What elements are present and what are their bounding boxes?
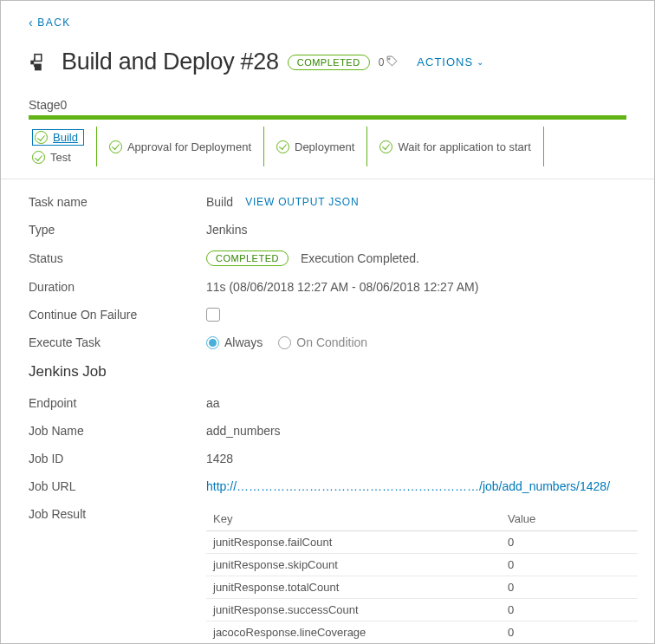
tag-count-value: 0 xyxy=(379,56,385,68)
pipeline-icon xyxy=(29,50,53,75)
execute-task-radio-group: Always On Condition xyxy=(206,335,367,349)
label-endpoint: Endpoint xyxy=(29,396,206,410)
actions-dropdown[interactable]: ACTIONS ⌄ xyxy=(417,55,484,68)
table-row: junitResponse.skipCount0 xyxy=(206,554,638,576)
result-key: junitResponse.totalCount xyxy=(206,576,501,599)
result-value: 0 xyxy=(501,554,638,576)
task-label: Test xyxy=(50,151,71,164)
chevron-left-icon: ‹ xyxy=(29,16,34,29)
check-icon xyxy=(109,140,122,153)
value-endpoint: aa xyxy=(206,396,220,410)
tag-count: 0 xyxy=(379,55,399,69)
value-task-name: Build xyxy=(206,195,233,209)
label-duration: Duration xyxy=(29,280,206,294)
label-execute-task: Execute Task xyxy=(29,335,206,349)
label-job-url: Job URL xyxy=(29,479,206,493)
status-badge: COMPLETED xyxy=(288,55,370,70)
col-key: Key xyxy=(206,507,501,531)
stage-progress-bar xyxy=(29,115,626,120)
svg-rect-2 xyxy=(35,63,42,70)
check-icon xyxy=(379,140,392,153)
result-key: junitResponse.successCount xyxy=(206,599,501,621)
back-label: BACK xyxy=(37,16,71,29)
view-output-json-link[interactable]: VIEW OUTPUT JSON xyxy=(245,196,359,208)
svg-rect-1 xyxy=(35,54,42,61)
tag-icon xyxy=(386,55,398,69)
table-row: junitResponse.totalCount0 xyxy=(206,576,638,599)
task-label: Approval for Deployment xyxy=(127,140,251,153)
result-value: 0 xyxy=(501,621,638,644)
label-job-result: Job Result xyxy=(29,507,206,521)
table-row: junitResponse.failCount0 xyxy=(206,531,638,554)
radio-label: On Condition xyxy=(296,335,367,349)
radio-icon xyxy=(278,336,291,349)
check-icon xyxy=(35,131,48,144)
divider xyxy=(1,179,654,179)
task-label: Build xyxy=(53,131,78,144)
job-result-table: Key Value junitResponse.failCount0junitR… xyxy=(206,507,638,644)
stage-tasks: Build Test Approval for Deployment Deplo… xyxy=(29,127,626,166)
task-build[interactable]: Build xyxy=(32,129,84,146)
col-value: Value xyxy=(501,507,638,531)
value-duration: 11s (08/06/2018 12:27 AM - 08/06/2018 12… xyxy=(206,280,478,294)
value-type: Jenkins xyxy=(206,223,247,237)
result-key: junitResponse.skipCount xyxy=(206,554,501,576)
result-value: 0 xyxy=(501,531,638,554)
stage-name: Stage0 xyxy=(29,98,626,112)
table-row: junitResponse.successCount0 xyxy=(206,599,638,621)
result-value: 0 xyxy=(501,576,638,599)
svg-rect-0 xyxy=(30,60,33,64)
result-key: junitResponse.failCount xyxy=(206,531,501,554)
check-icon xyxy=(276,140,289,153)
task-test[interactable]: Test xyxy=(32,151,84,164)
back-link[interactable]: ‹ BACK xyxy=(29,16,71,29)
radio-label: Always xyxy=(224,335,263,349)
task-wait[interactable]: Wait for application to start xyxy=(379,140,530,153)
label-status: Status xyxy=(29,251,206,265)
label-job-id: Job ID xyxy=(29,452,206,465)
label-type: Type xyxy=(29,223,206,237)
task-label: Wait for application to start xyxy=(398,140,530,153)
value-job-id: 1428 xyxy=(206,452,233,465)
actions-label: ACTIONS xyxy=(417,55,473,68)
radio-on-condition[interactable]: On Condition xyxy=(278,335,367,349)
label-continue-on-failure: Continue On Failure xyxy=(29,308,206,322)
result-key: jacocoResponse.lineCoverage xyxy=(206,621,501,644)
radio-always[interactable]: Always xyxy=(206,335,263,349)
status-badge-detail: COMPLETED xyxy=(206,250,289,266)
label-task-name: Task name xyxy=(29,195,206,209)
continue-on-failure-checkbox[interactable] xyxy=(206,308,220,322)
value-job-url[interactable]: http://……………………………………………………/job/add_numb… xyxy=(206,479,610,493)
check-icon xyxy=(32,151,45,164)
label-job-name: Job Name xyxy=(29,424,206,438)
jenkins-job-heading: Jenkins Job xyxy=(29,363,626,381)
task-label: Deployment xyxy=(295,140,354,153)
page-title: Build and Deploy #28 xyxy=(62,49,279,75)
svg-line-4 xyxy=(33,62,35,67)
table-row: jacocoResponse.lineCoverage0 xyxy=(206,621,638,644)
chevron-down-icon: ⌄ xyxy=(477,57,484,67)
result-value: 0 xyxy=(501,599,638,621)
status-text: Execution Completed. xyxy=(301,251,419,265)
task-approval[interactable]: Approval for Deployment xyxy=(109,140,251,153)
radio-icon xyxy=(206,336,219,349)
value-job-name: add_numbers xyxy=(206,424,281,438)
task-deployment[interactable]: Deployment xyxy=(276,140,354,153)
